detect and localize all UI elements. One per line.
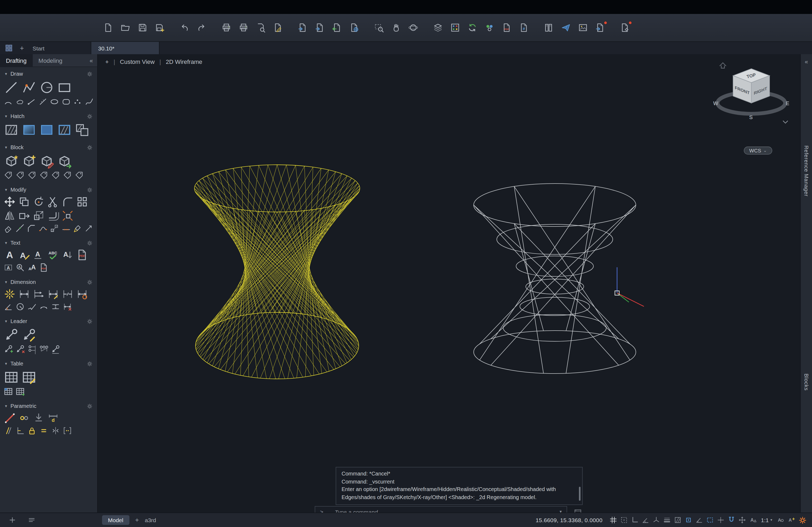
tool-blend[interactable] <box>38 223 48 234</box>
new-drawing-tab-button[interactable]: + <box>20 44 24 52</box>
color-palette-button[interactable] <box>484 22 495 33</box>
app-grid-icon[interactable] <box>5 44 13 52</box>
tool-text-scale[interactable]: AA <box>27 262 37 273</box>
tool-insert-table[interactable] <box>3 369 19 385</box>
tool-text-style[interactable]: A <box>32 249 45 261</box>
tool-pdf-import[interactable]: PDF <box>76 249 89 261</box>
section-gear-icon[interactable] <box>86 144 93 151</box>
object-snap-toggle[interactable] <box>684 516 693 524</box>
tool-block-attribute-1[interactable] <box>50 170 61 180</box>
tool-lengthen[interactable] <box>84 223 94 234</box>
tool-baseline-dimension[interactable] <box>32 288 45 301</box>
lineweight-display-toggle[interactable] <box>663 516 671 524</box>
tool-show-constraints[interactable] <box>62 425 73 436</box>
viewport[interactable]: + | Custom View | 2D Wireframe W S E TOP… <box>98 54 800 512</box>
section-gear-icon[interactable] <box>86 113 93 119</box>
tool-arc[interactable] <box>3 96 13 107</box>
tool-circle[interactable] <box>39 79 55 95</box>
tool-block-attribute-3[interactable] <box>74 170 84 180</box>
gizmo-toggle[interactable] <box>738 516 746 524</box>
tool-line[interactable] <box>3 79 19 95</box>
tool-pdf-export[interactable]: PDF <box>39 262 49 273</box>
annotation-scale-dropdown[interactable]: 1:1 ▾ <box>761 517 772 523</box>
share-drawing-button[interactable] <box>561 22 571 33</box>
xref-refresh-button[interactable] <box>467 22 477 33</box>
tool-linear-dimension[interactable] <box>18 288 31 301</box>
tool-rounded-rectangle[interactable] <box>61 96 71 107</box>
tab-modeling[interactable]: Modeling <box>32 54 68 66</box>
palette-collapse-button[interactable]: « <box>85 54 97 66</box>
tool-move[interactable] <box>3 195 16 208</box>
panel-collapse-button[interactable]: « <box>805 59 808 65</box>
annotation-monitor-toggle[interactable]: A <box>749 516 757 524</box>
tool-add-leader[interactable] <box>3 344 13 354</box>
new-file-button[interactable] <box>103 22 113 33</box>
tool-create-block[interactable] <box>21 153 37 169</box>
plot-button[interactable] <box>221 22 231 33</box>
section-gear-icon[interactable] <box>86 240 93 246</box>
section-header[interactable]: ▼Modify <box>0 185 97 195</box>
view-name-control[interactable]: Custom View <box>120 59 155 65</box>
tool-multiline-text[interactable]: A <box>3 249 16 261</box>
tool-sync-attribute[interactable] <box>39 170 49 180</box>
snap-mode-toggle[interactable] <box>620 516 628 524</box>
model-canvas[interactable] <box>98 54 800 512</box>
tab-start[interactable]: Start <box>32 45 44 51</box>
tool-point[interactable] <box>73 96 83 107</box>
command-input[interactable]: Type a command <box>335 509 560 512</box>
import-button[interactable] <box>332 22 342 33</box>
tool-collect-leaders[interactable] <box>39 344 49 354</box>
drawing-settings-button[interactable] <box>620 22 630 33</box>
layer-properties-button[interactable] <box>433 22 443 33</box>
section-gear-icon[interactable] <box>86 403 93 409</box>
tool-divide[interactable] <box>61 223 71 234</box>
tool-ellipse[interactable] <box>49 96 59 107</box>
tab-reference-manager[interactable]: Reference Manager <box>803 146 809 196</box>
tool-remove-leader[interactable] <box>15 344 25 354</box>
section-gear-icon[interactable] <box>86 71 93 77</box>
orbit-button[interactable] <box>408 22 418 33</box>
quick-plot-button[interactable] <box>238 22 249 33</box>
tool-match-properties[interactable] <box>73 223 83 234</box>
tool-erase[interactable] <box>3 223 13 234</box>
data-link-button[interactable]: # <box>519 22 529 33</box>
tool-coincident-constraint[interactable] <box>18 412 31 424</box>
section-header[interactable]: ▼Parametric <box>0 401 97 411</box>
redo-button[interactable] <box>197 22 207 33</box>
tool-align-leaders[interactable] <box>27 344 37 354</box>
tool-insert-attribute[interactable] <box>15 170 25 180</box>
tool-edit-attribute[interactable] <box>27 170 37 180</box>
tool-edit-block[interactable] <box>39 153 55 169</box>
tool-text-frame[interactable]: A <box>3 262 13 273</box>
section-header[interactable]: ▼Table <box>0 359 97 369</box>
save-button[interactable] <box>137 22 148 33</box>
tool-dimensional-constraint[interactable]: d <box>47 412 60 424</box>
wcs-dropdown[interactable]: WCS ⌄ <box>744 147 772 154</box>
tab-model[interactable]: Model <box>102 515 129 525</box>
content-palette-button[interactable] <box>543 22 554 33</box>
tool-hatch[interactable] <box>3 122 19 138</box>
isometric-drafting-toggle[interactable] <box>652 516 661 524</box>
undo-button[interactable] <box>179 22 190 33</box>
etransmit-button[interactable] <box>349 22 359 33</box>
tool-define-attribute[interactable] <box>3 170 13 180</box>
tool-dimension[interactable] <box>3 288 16 301</box>
section-header[interactable]: ▼Text <box>0 238 97 248</box>
tool-text-align[interactable]: A <box>61 249 74 261</box>
tool-table-cell-style[interactable] <box>3 387 13 396</box>
tool-arc-dimension[interactable] <box>39 302 49 312</box>
tool-chamfer[interactable] <box>26 223 36 234</box>
command-panel-toggle-icon[interactable] <box>574 508 582 512</box>
tool-inspect-dimension[interactable] <box>76 288 89 301</box>
tool-trim[interactable] <box>47 195 60 208</box>
tool-measure[interactable] <box>38 96 48 107</box>
tool-parallel-constraint[interactable] <box>3 425 13 436</box>
hatch-background-toggle[interactable] <box>673 516 682 524</box>
tool-override-dimension[interactable] <box>62 302 73 312</box>
palette-list-icon[interactable] <box>27 516 36 524</box>
section-header[interactable]: ▼Hatch <box>0 111 97 121</box>
viewport-plus-button[interactable]: + <box>105 59 109 65</box>
tab-drafting[interactable]: Drafting <box>0 54 32 66</box>
section-header[interactable]: ▼Draw <box>0 69 97 79</box>
tool-single-line-text[interactable]: A <box>18 249 31 261</box>
